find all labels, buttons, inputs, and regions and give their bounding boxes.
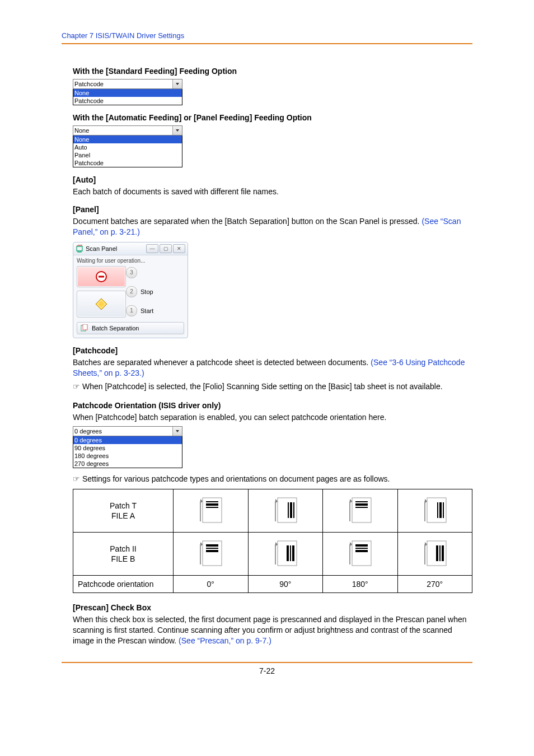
svg-rect-41 bbox=[292, 545, 294, 561]
close-button[interactable]: ✕ bbox=[173, 244, 185, 253]
svg-rect-1 bbox=[99, 276, 104, 277]
patchcode-note-text: When [Patchcode] is selected, the [Folio… bbox=[82, 382, 443, 391]
dropdown-orientation[interactable]: 0 degrees 0 degrees 90 degrees 180 degre… bbox=[73, 426, 182, 468]
dropdown-option[interactable]: 90 degrees bbox=[73, 444, 182, 452]
batch-separation-button[interactable]: Batch Separation bbox=[77, 322, 184, 334]
dropdown-option[interactable]: Patchcode bbox=[73, 159, 182, 167]
minimize-button[interactable]: — bbox=[146, 244, 158, 253]
svg-rect-5 bbox=[83, 324, 87, 330]
patchcode-heading: [Patchcode] bbox=[73, 346, 472, 355]
table-cell bbox=[397, 489, 472, 533]
chevron-down-icon[interactable] bbox=[172, 126, 182, 135]
scan-stop-button[interactable] bbox=[77, 266, 126, 287]
svg-rect-20 bbox=[349, 501, 350, 521]
svg-rect-33 bbox=[206, 544, 218, 547]
table-row-label-patch-ii: Patch II FILE B bbox=[73, 533, 174, 576]
table-cell bbox=[174, 489, 249, 533]
batch-separation-label: Batch Separation bbox=[92, 325, 139, 332]
table-row-label-patch-t: Patch T FILE A bbox=[73, 489, 174, 533]
svg-rect-40 bbox=[290, 545, 291, 561]
dropdown-standard-selected: Patchcode bbox=[74, 81, 104, 87]
scan-panel-row-stop: 2 Stop bbox=[126, 285, 184, 298]
svg-rect-9 bbox=[206, 501, 218, 502]
auto-panel-feeding-heading: With the [Automatic Feeding] or [Panel F… bbox=[73, 113, 472, 122]
prescan-heading: [Prescan] Check Box bbox=[73, 603, 472, 612]
patchcode-note: When [Patchcode] is selected, the [Folio… bbox=[83, 381, 472, 392]
table-cell: 0° bbox=[174, 576, 249, 593]
svg-rect-38 bbox=[275, 544, 276, 564]
svg-rect-50 bbox=[424, 544, 425, 564]
dropdown-option[interactable]: None bbox=[73, 89, 182, 97]
svg-rect-46 bbox=[355, 548, 368, 549]
dropdown-option[interactable]: 0 degrees bbox=[73, 436, 182, 444]
dropdown-option[interactable]: None bbox=[73, 136, 182, 143]
auto-heading: [Auto] bbox=[73, 175, 472, 184]
badge-3: 3 bbox=[126, 267, 137, 278]
dropdown-standard[interactable]: Patchcode None Patchcode bbox=[73, 79, 182, 105]
svg-rect-44 bbox=[349, 544, 350, 564]
svg-rect-47 bbox=[355, 550, 368, 552]
dropdown-option[interactable]: 180 degrees bbox=[73, 452, 182, 460]
scan-panel-start-label: Start bbox=[140, 307, 153, 314]
scan-panel-status: Waiting for user operation... bbox=[77, 258, 184, 264]
orientation-note: Settings for various patchcode types and… bbox=[83, 474, 472, 484]
svg-rect-27 bbox=[437, 502, 438, 518]
scan-panel-row-3: 3 bbox=[126, 266, 184, 279]
dropdown-option[interactable]: Patchcode bbox=[73, 97, 182, 105]
patchcode-text: Batches are separated whenever a patchco… bbox=[73, 357, 472, 379]
bottom-rule bbox=[62, 662, 472, 663]
svg-rect-35 bbox=[206, 550, 218, 552]
dropdown-option[interactable]: Panel bbox=[73, 151, 182, 159]
dropdown-option[interactable]: Auto bbox=[73, 143, 182, 151]
table-cell bbox=[174, 533, 249, 576]
svg-rect-45 bbox=[355, 544, 368, 547]
svg-rect-23 bbox=[355, 507, 368, 508]
table-cell bbox=[397, 533, 472, 576]
prescan-text: When this check box is selected, the fir… bbox=[73, 614, 472, 646]
scan-panel-title: Scan Panel bbox=[86, 245, 145, 252]
table-cell: 270° bbox=[397, 576, 472, 593]
table-cell: 180° bbox=[323, 576, 398, 593]
svg-rect-52 bbox=[439, 545, 441, 561]
svg-rect-14 bbox=[275, 501, 276, 521]
patchcode-orientation-text: When [Patchcode] batch separation is ena… bbox=[73, 412, 472, 423]
scan-panel-row-start: 1 Start bbox=[126, 304, 184, 318]
svg-rect-51 bbox=[436, 545, 438, 561]
scan-start-button[interactable] bbox=[77, 291, 126, 318]
scan-panel-stop-label: Stop bbox=[140, 288, 153, 295]
table-cell: 90° bbox=[248, 576, 323, 593]
chevron-down-icon[interactable] bbox=[172, 80, 182, 88]
badge-2: 2 bbox=[126, 286, 137, 297]
patchcode-orientation-heading: Patchcode Orientation (ISIS driver only) bbox=[73, 401, 472, 410]
svg-rect-17 bbox=[293, 502, 294, 518]
table-cell bbox=[248, 533, 323, 576]
standard-feeding-heading: With the [Standard Feeding] Feeding Opti… bbox=[73, 67, 472, 76]
svg-rect-32 bbox=[200, 544, 201, 564]
table-cell bbox=[248, 489, 323, 533]
orientation-note-text: Settings for various patchcode types and… bbox=[82, 474, 390, 483]
patchcode-orientation-table: Patch T FILE A bbox=[73, 489, 472, 593]
svg-rect-10 bbox=[206, 503, 218, 506]
chapter-header: Chapter 7 ISIS/TWAIN Driver Settings bbox=[62, 31, 472, 40]
dropdown-auto-selected: None bbox=[74, 127, 89, 134]
svg-rect-16 bbox=[290, 502, 292, 518]
panel-text-body: Document batches are separated when the … bbox=[73, 217, 421, 226]
maximize-button[interactable]: ▢ bbox=[160, 244, 172, 253]
svg-rect-34 bbox=[206, 548, 218, 549]
table-row-label-orientation: Patchcode orientation bbox=[73, 576, 174, 593]
dropdown-option[interactable]: 270 degrees bbox=[73, 460, 182, 468]
panel-heading: [Panel] bbox=[73, 205, 472, 214]
svg-rect-53 bbox=[442, 545, 444, 561]
page-number: 7-22 bbox=[62, 666, 472, 675]
badge-1: 1 bbox=[126, 305, 137, 316]
auto-text: Each batch of documents is saved with di… bbox=[73, 186, 472, 197]
prescan-xref-link[interactable]: (See “Prescan,” on p. 9-7.) bbox=[179, 636, 271, 645]
svg-rect-22 bbox=[355, 503, 368, 506]
dropdown-auto[interactable]: None None Auto Panel Patchcode bbox=[73, 125, 182, 167]
svg-rect-28 bbox=[439, 502, 442, 518]
svg-rect-39 bbox=[287, 545, 289, 561]
chevron-down-icon[interactable] bbox=[172, 427, 182, 436]
svg-rect-29 bbox=[443, 502, 444, 518]
batch-separation-icon bbox=[81, 324, 88, 332]
scan-panel-window: Scan Panel — ▢ ✕ Waiting for user operat… bbox=[73, 242, 188, 338]
